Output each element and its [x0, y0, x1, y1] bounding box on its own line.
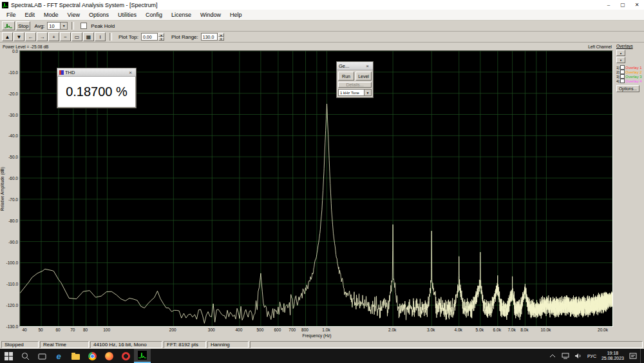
overlay-label[interactable]: Overlay 2: [625, 70, 642, 74]
spectralab-icon: [138, 351, 147, 360]
stop-button[interactable]: Stop: [16, 21, 30, 30]
menu-license[interactable]: License: [167, 10, 196, 19]
spin-down-icon[interactable]: ▼: [158, 37, 164, 41]
overlays-title: Overlays: [616, 44, 633, 48]
generator-run-button[interactable]: Run: [338, 72, 354, 81]
status-filler: [250, 341, 643, 348]
overlay-label[interactable]: Overlay 4: [625, 79, 642, 83]
y-axis-title: Relative Amplitude (dB): [0, 167, 5, 211]
generator-window-titlebar[interactable]: Ge... ×: [337, 62, 373, 70]
x-tick-label: 4.0k: [455, 328, 462, 332]
y-tick-label: -90.0: [8, 239, 18, 244]
search-icon: [21, 352, 30, 360]
generator-window[interactable]: Ge... × Run Level Details... 1 kHz Tone …: [336, 61, 374, 98]
menu-window[interactable]: Window: [196, 10, 225, 19]
tray-network-button[interactable]: [560, 349, 571, 363]
overlay-checkbox[interactable]: [620, 79, 625, 83]
toolbar-separator: [71, 22, 74, 30]
generator-signal-select[interactable]: 1 kHz Tone ▼: [338, 89, 372, 96]
menu-file[interactable]: File: [2, 10, 21, 19]
generator-signal-value: 1 kHz Tone: [340, 91, 359, 95]
language-indicator[interactable]: РУС: [585, 354, 598, 358]
search-button[interactable]: [17, 349, 33, 363]
action-center-button[interactable]: [627, 349, 639, 363]
peak-hold-checkbox[interactable]: [80, 23, 87, 29]
menu-bar: FileEditModeViewOptionsUtilitiesConfigLi…: [0, 10, 644, 21]
status-window-function: Hanning: [207, 341, 249, 348]
overlays-panel: Overlays ▲ ▼ 1]Overlay 12]Overlay 23]Ove…: [614, 43, 644, 340]
thd-close-icon[interactable]: ×: [127, 70, 134, 75]
zoom-out-button[interactable]: −: [60, 32, 71, 41]
task-view-button[interactable]: [33, 349, 50, 363]
plot-top-stepper[interactable]: 0.00 ▲ ▼: [141, 33, 164, 41]
taskbar-explorer-button[interactable]: [67, 349, 84, 363]
overlay-scroll-down-button[interactable]: ▼: [616, 57, 625, 63]
y-tick-label: 0.0: [12, 49, 18, 54]
zoom-in-button[interactable]: +: [48, 32, 59, 41]
overlay-label[interactable]: Overlay 1: [625, 66, 642, 70]
tray-chevron-button[interactable]: [547, 349, 558, 363]
run-button[interactable]: [2, 21, 15, 30]
overlay-label[interactable]: Overlay 3: [625, 75, 642, 79]
taskbar-firefox-button[interactable]: [100, 349, 117, 363]
menu-view[interactable]: View: [63, 10, 84, 19]
minimize-icon[interactable]: –: [601, 0, 616, 10]
taskbar-chrome-button[interactable]: [84, 349, 100, 363]
task-view-icon: [38, 352, 46, 360]
clock-time: 19:18: [601, 351, 624, 356]
taskbar-edge-button[interactable]: e: [50, 349, 67, 363]
scale-up-button[interactable]: ▲: [2, 32, 13, 41]
menu-edit[interactable]: Edit: [21, 10, 40, 19]
thd-window-titlebar[interactable]: THD ×: [57, 68, 136, 77]
overlay-scroll-up-button[interactable]: ▲: [616, 50, 625, 56]
overlay-checkbox[interactable]: [620, 74, 625, 79]
y-tick-label: -80.0: [8, 218, 18, 222]
y-axis-ticks: 0.0-10.0-20.0-30.0-40.0-50.0-60.0-70.0-8…: [7, 50, 19, 327]
overlay-checkbox[interactable]: [620, 70, 625, 74]
menu-mode[interactable]: Mode: [39, 10, 63, 19]
menu-config[interactable]: Config: [141, 10, 167, 19]
autoscale-button[interactable]: ▭: [71, 32, 82, 41]
window-title: SpectraLAB - FFT Spectral Analysis Syste…: [11, 2, 601, 8]
maximize-icon[interactable]: ▢: [616, 0, 630, 10]
overlay-options-button[interactable]: Options...: [616, 85, 639, 92]
tray-volume-button[interactable]: [573, 349, 584, 363]
shift-left-button[interactable]: ←: [25, 32, 36, 41]
grid-button[interactable]: ▦: [83, 32, 94, 41]
y-tick-label: -70.0: [8, 197, 18, 201]
taskbar-opera-button[interactable]: [117, 349, 134, 363]
spin-down-icon[interactable]: ▼: [218, 37, 224, 41]
x-tick-label: 60: [55, 328, 60, 332]
menu-options[interactable]: Options: [84, 10, 113, 19]
cursor-button[interactable]: I: [95, 32, 106, 41]
shift-right-button[interactable]: →: [37, 32, 48, 41]
overlay-number: 1]: [616, 66, 620, 70]
plot-tool-buttons: ▲▼←→+−▭▦I: [2, 32, 106, 41]
taskbar-spectralab-button[interactable]: [134, 349, 151, 363]
menu-utilities[interactable]: Utilities: [113, 10, 141, 19]
menu-help[interactable]: Help: [225, 10, 247, 19]
y-tick-label: -60.0: [8, 176, 18, 181]
thd-window[interactable]: THD × 0.18700 %: [57, 68, 137, 108]
plot-range-label: Plot Range:: [171, 34, 198, 40]
chevron-down-icon: ▼: [60, 23, 67, 29]
scale-down-button[interactable]: ▼: [14, 32, 24, 41]
show-desktop-button[interactable]: [640, 349, 643, 363]
plot-range-stepper[interactable]: 130.0 ▲ ▼: [201, 33, 224, 41]
plot-top-value[interactable]: 0.00: [141, 33, 158, 41]
plot-range-value[interactable]: 130.0: [201, 33, 218, 41]
close-icon[interactable]: ✕: [630, 0, 644, 10]
thd-window-title: THD: [65, 70, 75, 75]
opera-icon: [122, 352, 130, 360]
avg-select[interactable]: 10 ▼: [47, 22, 68, 30]
overlay-checkbox[interactable]: [620, 65, 625, 70]
generator-level-button[interactable]: Level: [355, 72, 372, 81]
x-tick-label: 700: [289, 328, 296, 332]
y-tick-label: -100.0: [6, 260, 18, 265]
x-tick-label: 1.0k: [322, 328, 330, 332]
start-button[interactable]: [0, 349, 17, 363]
taskbar-clock[interactable]: 19:18 25.08.2023: [600, 351, 626, 361]
generator-close-icon[interactable]: ×: [364, 63, 371, 69]
chevron-down-icon: ▼: [364, 90, 371, 95]
overlay-row: 3]Overlay 3: [616, 74, 642, 79]
